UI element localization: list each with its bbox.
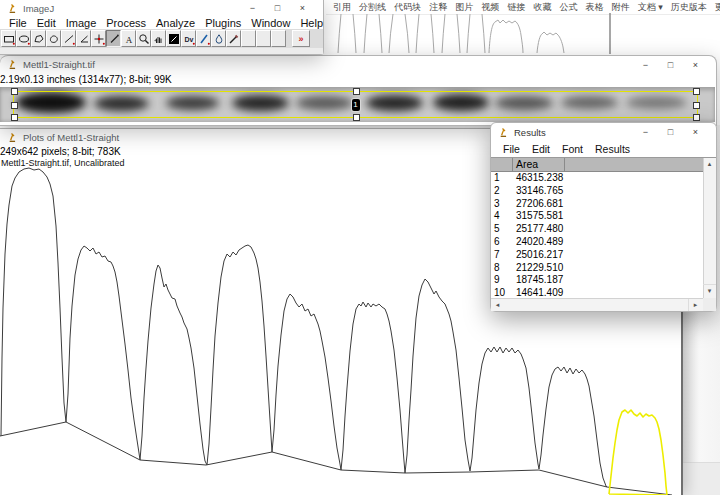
imagej-icon [8,3,18,14]
rectangle-tool[interactable] [1,30,16,47]
selection-handle[interactable] [353,114,360,121]
imagej-statusbar [0,48,323,54]
svg-text:Dv: Dv [184,35,193,42]
results-table-body: 146315.238233146.765327206.681431575.581… [491,172,703,298]
zoom-tool[interactable] [136,30,151,47]
text-tool[interactable]: A [121,30,136,47]
results-menubar: FileEditFontResults [491,141,716,157]
freehand-tool[interactable] [46,30,61,47]
table-row[interactable]: 525177.480 [491,223,703,236]
results-header: Area [491,158,703,172]
close-button[interactable]: × [683,124,708,140]
menu-file[interactable]: File [4,17,32,29]
row-index: 1 [491,172,513,185]
minimize-button[interactable]: − [633,124,658,140]
imagej-window: ImageJ −□× FileEditImageProcessAnalyzePl… [0,0,324,55]
row-index: 8 [491,262,513,275]
imagej-titlebar[interactable]: ImageJ −□× [0,0,323,16]
column-header[interactable] [491,158,513,171]
menu-plugins[interactable]: Plugins [200,17,246,29]
minimize-button[interactable]: − [633,57,658,73]
table-row[interactable]: 233146.765 [491,185,703,198]
blot-titlebar[interactable]: Mettl1-Straight.tif −□× [0,56,716,73]
oval-tool[interactable] [16,30,31,47]
row-index: 9 [491,274,513,287]
selection-handle[interactable] [353,88,360,95]
imagej-icon [8,59,18,70]
more-tools[interactable]: » [292,30,310,47]
results-window: Results −□× FileEditFontResults Area 146… [490,122,717,312]
dev-menu-tool[interactable]: Dv [181,30,196,47]
menu-results[interactable]: Results [589,143,636,155]
area-value: 27206.681 [513,198,563,211]
blot-image[interactable]: 1 [0,87,715,122]
area-value: 21229.510 [513,262,563,275]
blot-image-window: Mettl1-Straight.tif −□× 2.19x0.13 inches… [0,55,717,126]
selection-handle[interactable] [11,88,18,95]
dropper-tool[interactable] [226,30,241,47]
menu-window[interactable]: Window [246,17,295,29]
lane-selection[interactable]: 1 [13,91,698,118]
row-index: 4 [491,210,513,223]
row-index: 7 [491,249,513,262]
menu-file[interactable]: File [497,143,526,155]
table-row[interactable]: 327206.681 [491,198,703,211]
menu-edit[interactable]: Edit [32,17,61,29]
selection-handle[interactable] [11,102,18,109]
table-row[interactable]: 146315.238 [491,172,703,185]
results-vertical-scrollbar[interactable]: ▴ ▾ [703,158,716,298]
minimize-button[interactable]: − [240,0,265,16]
scroll-up-icon[interactable]: ▴ [703,158,716,170]
blot-info: 2.19x0.13 inches (1314x77); 8-bit; 99K [0,73,716,86]
menu-edit[interactable]: Edit [526,143,556,155]
selection-handle[interactable] [693,88,700,95]
column-header[interactable] [565,158,703,171]
brush-tool[interactable] [196,30,211,47]
table-row[interactable]: 624020.489 [491,236,703,249]
color-picker-tool[interactable] [166,30,181,47]
menu-font[interactable]: Font [556,143,589,155]
table-row[interactable]: 725016.217 [491,249,703,262]
point-tool[interactable] [91,30,106,47]
table-row[interactable]: 821229.510 [491,262,703,275]
selection-handle[interactable] [693,102,700,109]
menu-process[interactable]: Process [101,17,151,29]
maximize-button[interactable]: □ [265,0,290,16]
imagej-icon [8,132,18,143]
selection-handle[interactable] [11,114,18,121]
imagej-icon [499,127,509,138]
selection-handle[interactable] [693,114,700,121]
results-table: Area 146315.238233146.765327206.68143157… [491,157,716,311]
results-window-title: Results [514,127,546,138]
menu-image[interactable]: Image [61,17,102,29]
column-header-area[interactable]: Area [513,158,565,171]
scroll-right-icon[interactable]: ▸ [688,299,702,311]
flood-fill-tool[interactable] [211,30,226,47]
polygon-tool[interactable] [31,30,46,47]
menu-analyze[interactable]: Analyze [151,17,200,29]
table-row[interactable]: 1014641.409 [491,287,703,298]
maximize-button[interactable]: □ [658,124,683,140]
close-button[interactable]: × [683,57,708,73]
results-titlebar[interactable]: Results −□× [491,123,716,141]
area-value: 18745.187 [513,274,563,287]
wand-tool[interactable] [106,30,121,47]
area-value: 33146.765 [513,185,563,198]
table-row[interactable]: 431575.581 [491,210,703,223]
scroll-left-icon[interactable]: ◂ [491,299,504,311]
blot-window-title: Mettl1-Straight.tif [23,59,95,70]
series-baseline [0,422,672,495]
line-tool[interactable] [61,30,76,47]
menu-help[interactable]: Help [295,17,328,29]
scroll-down-icon[interactable]: ▾ [703,284,716,297]
angle-tool[interactable] [76,30,91,47]
table-row[interactable]: 918745.187 [491,274,703,287]
results-window-controls: −□× [633,124,708,140]
close-button[interactable]: × [290,0,315,16]
svg-text:A: A [125,34,132,44]
imagej-toolbar: ADv» [0,29,323,48]
hand-tool[interactable] [151,30,166,47]
plots-window-title: Plots of Mettl1-Straight [23,132,119,143]
results-horizontal-scrollbar[interactable]: ◂ ▸ [491,298,703,311]
maximize-button[interactable]: □ [658,57,683,73]
